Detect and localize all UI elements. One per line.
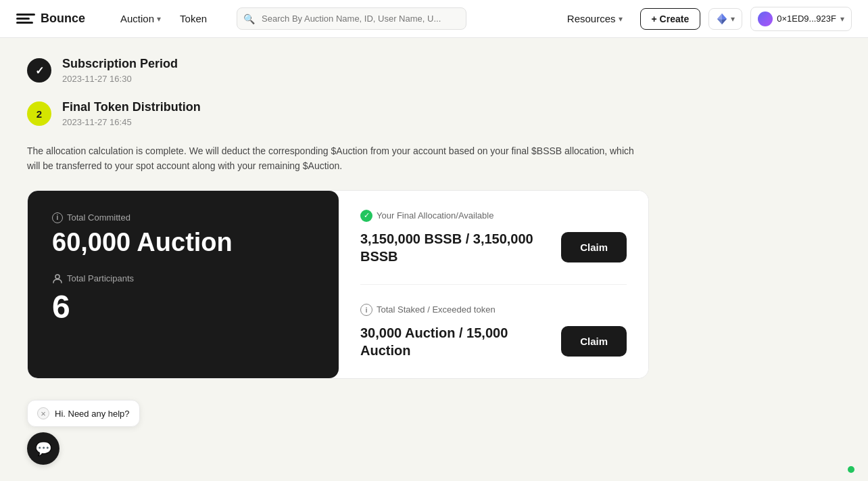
final-allocation-label: Your Final Allocation/Available <box>377 210 493 221</box>
wallet-chevron-icon: ▾ <box>840 14 844 24</box>
wallet-avatar <box>758 12 773 26</box>
final-allocation-row: 3,150,000 BSSB / 3,150,000 BSSB Claim <box>360 230 627 265</box>
timeline-step-2: 2 Final Token Distribution 2023-11-27 16… <box>27 100 717 127</box>
staked-value: 30,000 Auction / 15,000 Auction <box>360 324 550 359</box>
main-content: ✓ Subscription Period 2023-11-27 16:30 2… <box>0 38 744 398</box>
final-allocation-header: ✓ Your Final Allocation/Available <box>360 210 627 222</box>
chat-bubble: × Hi. Need any help? <box>27 400 140 427</box>
token-nav-item[interactable]: Token <box>172 9 215 28</box>
resources-button[interactable]: Resources ▾ <box>558 9 632 28</box>
total-committed-label: Total Committed <box>67 212 130 223</box>
final-allocation-value: 3,150,000 BSSB / 3,150,000 BSSB <box>360 230 550 265</box>
chat-button-icon: 💬 <box>35 440 52 457</box>
allocation-description: The allocation calculation is complete. … <box>27 143 635 174</box>
staked-info-icon: i <box>360 304 372 316</box>
staked-header: i Total Staked / Exceeded token <box>360 304 627 316</box>
final-allocation-section: ✓ Your Final Allocation/Available 3,150,… <box>360 210 627 265</box>
subscription-title: Subscription Period <box>62 57 717 71</box>
card-divider <box>360 284 627 285</box>
claim-button-1[interactable]: Claim <box>561 232 627 262</box>
svg-marker-2 <box>722 19 727 24</box>
step-1-content: Subscription Period 2023-11-27 16:30 <box>62 57 717 84</box>
staked-label: Total Staked / Exceeded token <box>377 304 496 315</box>
total-committed-label-row: i Total Committed <box>52 212 314 223</box>
step-2-content: Final Token Distribution 2023-11-27 16:4… <box>62 100 717 127</box>
search-input[interactable] <box>237 7 466 30</box>
eth-network-button[interactable]: ▾ <box>708 8 742 30</box>
svg-point-5 <box>55 275 59 279</box>
resources-chevron-icon: ▾ <box>619 14 623 24</box>
search-container: 🔍 <box>237 7 466 30</box>
total-participants-label-row: Total Participants <box>52 273 314 284</box>
light-card: ✓ Your Final Allocation/Available 3,150,… <box>339 191 648 378</box>
total-participants-value: 6 <box>52 288 314 325</box>
search-icon: 🔍 <box>243 14 255 24</box>
claim-button-2[interactable]: Claim <box>561 326 627 357</box>
allocation-card: i Total Committed 60,000 Auction Total P… <box>27 190 649 379</box>
step-2-indicator: 2 <box>27 101 51 126</box>
step-2-number: 2 <box>37 108 42 120</box>
info-icon-committed: i <box>52 212 63 223</box>
svg-marker-1 <box>722 14 727 20</box>
checkmark-icon: ✓ <box>35 64 44 77</box>
step-1-indicator: ✓ <box>27 58 51 83</box>
auction-chevron-icon: ▾ <box>157 14 161 24</box>
timeline-step-1: ✓ Subscription Period 2023-11-27 16:30 <box>27 57 717 84</box>
eth-chevron-icon: ▾ <box>731 14 735 24</box>
svg-marker-3 <box>717 14 722 20</box>
dark-card: i Total Committed 60,000 Auction Total P… <box>28 191 339 378</box>
distribution-title: Final Token Distribution <box>62 100 717 114</box>
green-check-icon: ✓ <box>360 210 372 222</box>
auction-nav-item[interactable]: Auction ▾ <box>112 9 169 28</box>
nav-links: Auction ▾ Token <box>112 9 215 28</box>
chat-close-button[interactable]: × <box>37 407 49 419</box>
timeline: ✓ Subscription Period 2023-11-27 16:30 2… <box>27 57 717 127</box>
staked-section: i Total Staked / Exceeded token 30,000 A… <box>360 304 627 359</box>
participants-icon <box>52 273 63 284</box>
create-button[interactable]: + Create <box>640 8 701 30</box>
wallet-button[interactable]: 0×1ED9...923F ▾ <box>750 7 852 31</box>
navbar: Bounce Auction ▾ Token 🔍 Resources ▾ + C… <box>0 0 868 38</box>
subscription-date: 2023-11-27 16:30 <box>62 74 717 84</box>
ethereum-icon <box>716 13 728 25</box>
chat-open-button[interactable]: 💬 <box>27 432 59 465</box>
distribution-date: 2023-11-27 16:45 <box>62 117 717 127</box>
status-dot <box>848 466 854 473</box>
chat-widget: × Hi. Need any help? 💬 <box>27 400 140 465</box>
brand-name: Bounce <box>41 12 85 26</box>
staked-row: 30,000 Auction / 15,000 Auction Claim <box>360 324 627 359</box>
total-committed-value: 60,000 Auction <box>52 229 314 257</box>
logo-icon <box>16 9 35 28</box>
chat-message: Hi. Need any help? <box>55 409 130 419</box>
brand-logo[interactable]: Bounce <box>16 9 85 28</box>
total-participants-label: Total Participants <box>67 273 134 283</box>
nav-right: Resources ▾ + Create ▾ 0×1ED9...923F ▾ <box>558 7 852 31</box>
svg-marker-4 <box>717 19 722 24</box>
